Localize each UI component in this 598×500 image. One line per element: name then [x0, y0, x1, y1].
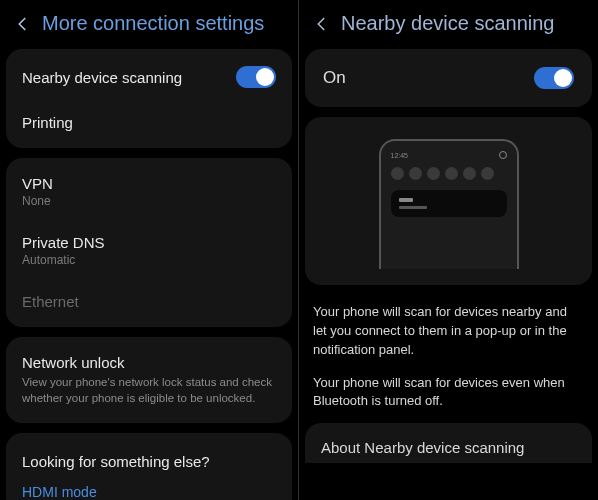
- nearby-device-scanning-row[interactable]: Nearby device scanning: [6, 53, 292, 101]
- row-label: Network unlock: [22, 354, 276, 371]
- nearby-device-scanning-screen: Nearby device scanning On 12:45 Your pho…: [299, 0, 598, 500]
- row-label: VPN: [22, 175, 53, 192]
- header: Nearby device scanning: [299, 0, 598, 49]
- illustration-card: 12:45: [305, 117, 592, 285]
- about-label: About Nearby device scanning: [321, 439, 524, 456]
- looking-for-card: Looking for something else? HDMI mode: [6, 433, 292, 500]
- on-label: On: [323, 68, 346, 88]
- more-connection-settings-screen: More connection settings Nearby device s…: [0, 0, 299, 500]
- row-desc: View your phone's network lock status an…: [22, 375, 276, 406]
- master-toggle[interactable]: [534, 67, 574, 89]
- row-label: Ethernet: [22, 293, 79, 310]
- row-label: Nearby device scanning: [22, 69, 182, 86]
- info-text-1: Your phone will scan for devices nearby …: [299, 293, 598, 364]
- back-icon[interactable]: [313, 15, 331, 33]
- settings-group-unlock: Network unlock View your phone's network…: [6, 337, 292, 423]
- nearby-device-scanning-toggle[interactable]: [236, 66, 276, 88]
- quick-settings-dots: [391, 167, 507, 180]
- mock-time: 12:45: [391, 152, 409, 159]
- ethernet-row: Ethernet: [6, 280, 292, 323]
- mock-notification: [391, 190, 507, 217]
- back-icon[interactable]: [14, 15, 32, 33]
- row-sub: Automatic: [22, 253, 105, 267]
- about-row[interactable]: About Nearby device scanning: [305, 423, 592, 463]
- looking-for-title: Looking for something else?: [6, 437, 292, 478]
- row-sub: None: [22, 194, 53, 208]
- phone-illustration: 12:45: [379, 139, 519, 269]
- settings-group-connectivity: Nearby device scanning Printing: [6, 49, 292, 148]
- row-label: Private DNS: [22, 234, 105, 251]
- printing-row[interactable]: Printing: [6, 101, 292, 144]
- page-title: Nearby device scanning: [341, 12, 554, 35]
- row-label: Printing: [22, 114, 73, 131]
- page-title: More connection settings: [42, 12, 264, 35]
- info-text-2: Your phone will scan for devices even wh…: [299, 364, 598, 416]
- vpn-row[interactable]: VPN None: [6, 162, 292, 221]
- hdmi-mode-link[interactable]: HDMI mode: [6, 478, 292, 500]
- settings-group-network: VPN None Private DNS Automatic Ethernet: [6, 158, 292, 327]
- header: More connection settings: [0, 0, 298, 49]
- gear-icon: [499, 151, 507, 159]
- network-unlock-row[interactable]: Network unlock View your phone's network…: [6, 341, 292, 419]
- private-dns-row[interactable]: Private DNS Automatic: [6, 221, 292, 280]
- master-toggle-row[interactable]: On: [305, 49, 592, 107]
